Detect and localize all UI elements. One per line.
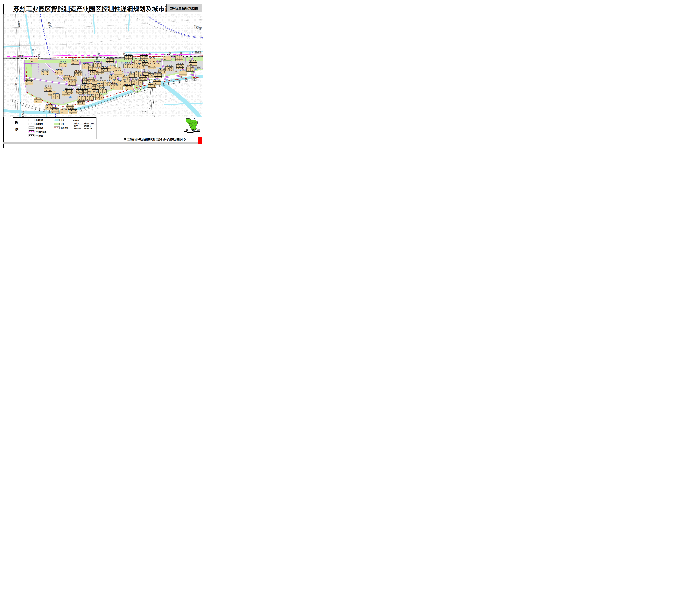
parcel-id: ZNY-09-14 <box>86 95 94 96</box>
parcel-value: 90 <box>114 74 118 76</box>
parcel-value: 12 <box>119 88 123 90</box>
parcel-value: - <box>157 83 161 85</box>
parcel-value: - <box>127 82 131 84</box>
parcel-value: M <box>149 74 152 75</box>
parcel-value: 90 <box>131 67 135 68</box>
parcel-value: G2 <box>125 56 129 57</box>
parcel-id: ZNY-18-01 <box>134 58 142 60</box>
parcel-value: - <box>129 59 132 60</box>
parcel-value: - <box>167 57 171 59</box>
parcel-value: 8.14 <box>59 70 63 72</box>
parcel-value: - <box>118 74 122 76</box>
parcel-value: 0.68 <box>127 81 131 82</box>
title-underline <box>12 13 138 13</box>
parcel-id: ZNY-06-01 <box>74 70 83 71</box>
parcel-value: 0.8-2.0 <box>158 71 162 72</box>
parcel-value: 1.42 <box>75 60 79 61</box>
parcel-value: G1 <box>189 61 193 62</box>
parcel-value: 25 <box>137 67 141 69</box>
parcel-value: - <box>124 67 128 68</box>
parcel-label: ZNY-06-01M3.310.8-2.0402530 <box>74 70 83 76</box>
parcel-value: 90 <box>135 83 138 85</box>
parcel-value: - <box>193 63 197 64</box>
parcel-value: 80 <box>48 90 52 91</box>
parcel-value: - <box>157 81 161 83</box>
parcel-label: ZNY-17-02G22.12--90- <box>163 55 171 61</box>
parcel-value: - <box>25 82 29 84</box>
code-cell-landuse: 用地性质 <box>73 122 83 125</box>
parcel-value: U12 <box>115 85 119 87</box>
parcel-value: - <box>29 84 33 85</box>
parcel-value: 0.8-3.0 <box>94 64 97 66</box>
parcel-value: M <box>63 76 67 77</box>
parcel-id: ZNY-20-03 <box>179 70 187 71</box>
parcel-value: 1.45 <box>110 59 114 60</box>
parcel-value: 90 <box>135 75 138 77</box>
parcel-label: ZNY-01-04G21.42--90- <box>71 59 79 65</box>
parcel-value: 1 <box>129 56 132 57</box>
parcel-value: B12 <box>41 71 45 72</box>
parcel-value: - <box>89 67 92 69</box>
parcel-value: 0.8-2.0 <box>139 77 143 79</box>
parcel-value: 25 <box>177 68 180 69</box>
parcel-value: 20 <box>44 90 48 91</box>
plot-boundary-swatch <box>29 119 34 121</box>
parcel-label: ZNY-19-06G10.62--90- <box>154 72 162 78</box>
legend-item-plot-boundary: 地块边界 <box>29 119 43 121</box>
parcel-value: 30 <box>70 106 74 108</box>
parcel-value: 25 <box>96 98 99 100</box>
parcel-id: ZNY-10-01 <box>106 57 114 58</box>
parcel-value: 2.5 <box>44 89 48 90</box>
parcel-value: - <box>55 112 59 113</box>
parcel-value: 0.21 <box>117 67 121 68</box>
parcel-value: - <box>93 69 96 70</box>
parcel-id: ZNY-01-03 <box>59 61 67 63</box>
parcel-id: ZNY-19-06 <box>154 72 162 73</box>
parcel-value: U12 <box>86 84 90 86</box>
map-text: 经 <box>120 61 123 64</box>
parcel-value: - <box>81 86 85 88</box>
parcel-id: ZNY-16-03 <box>123 79 131 81</box>
parcel-value: - <box>135 74 138 75</box>
parcel-id: ZNY-11-02 <box>94 61 101 63</box>
map-text: 华 <box>57 76 59 79</box>
parcel-value: M <box>139 76 143 77</box>
parcel-value: M <box>75 71 78 72</box>
parcel-value: - <box>73 113 77 114</box>
parcel-id: ZNY-10-02 <box>125 54 133 56</box>
parcel-value: G2 <box>71 60 75 61</box>
parcel-value: 12 <box>152 86 156 88</box>
parcel-value: 0.8-2.0 <box>76 91 80 93</box>
parcel-value: 0.86 <box>145 56 148 57</box>
parcel-id: ZNY-02-01 <box>25 79 33 80</box>
parcel-value: - <box>75 63 79 64</box>
parcel-value: - <box>134 61 138 63</box>
parcel-id: ZNY-19-08 <box>153 79 161 80</box>
parcel-value: 90 <box>152 66 156 67</box>
parcel-value: 0.8-3.0 <box>101 69 105 70</box>
parcel-value: G2 <box>163 56 167 57</box>
parcel-value: 50 <box>126 78 130 79</box>
parcel-value: - <box>38 101 42 103</box>
parcel-value: - <box>124 65 128 67</box>
parcel-value: - <box>83 66 86 67</box>
parcel-value: - <box>152 64 156 66</box>
parcel-value: - <box>179 74 183 76</box>
parcel-label: ZNY-09-14G20.21--90- <box>86 95 94 100</box>
parcel-value: - <box>125 57 129 59</box>
parcel-value: 0.8-2.0 <box>91 72 95 74</box>
map-text: 铁 <box>149 52 151 55</box>
parcel-value: 30 <box>59 73 63 75</box>
parcel-value: 4.65 <box>69 90 73 91</box>
parcel-value: G1 <box>149 58 152 60</box>
parcel-id: ZNY-07-01 <box>63 75 71 76</box>
parcel-id: ZNY-09-01 <box>66 104 74 105</box>
parcel-value: 0.4 <box>45 107 49 108</box>
parcel-id: ZNY-01-04 <box>71 59 79 60</box>
parcel-value: 0.09 <box>156 63 160 64</box>
map-text: 7号线 <box>46 19 53 28</box>
parcel-value: - <box>131 65 135 67</box>
parcel-value: 30 <box>191 68 194 70</box>
parcel-label: ZNY-03-03G10.2--90- <box>52 93 60 99</box>
parcel-value: 0.53 <box>38 98 42 100</box>
